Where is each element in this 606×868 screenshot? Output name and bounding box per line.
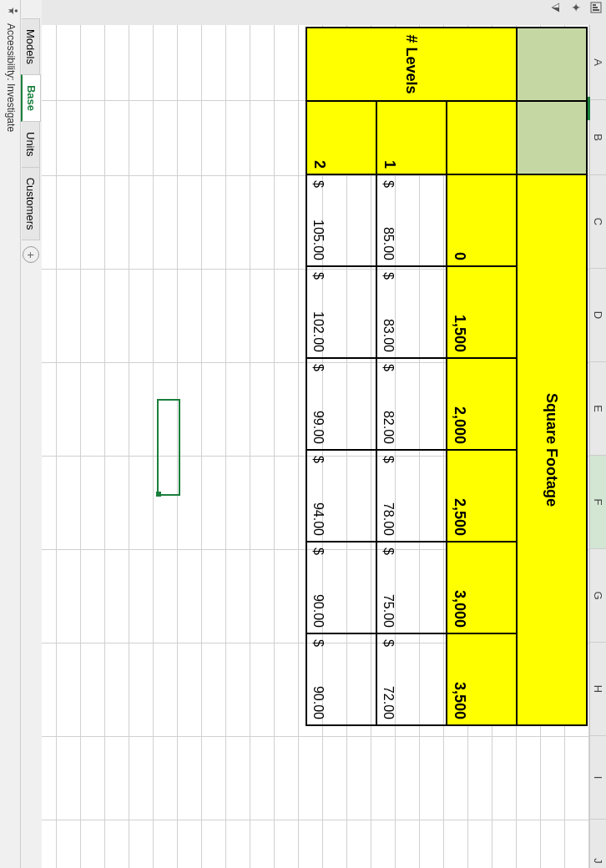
price-l1-c1: $83.00	[376, 266, 447, 358]
header-levels: # Levels	[306, 28, 517, 101]
col-header-F[interactable]: F	[590, 456, 606, 549]
price-l2-c1: $102.00	[306, 266, 376, 358]
price-l2-c0: $105.00	[306, 174, 376, 266]
sqft-1: 1,500	[447, 266, 517, 358]
col-header-G[interactable]: G	[590, 549, 606, 643]
column-headers[interactable]: ABCDEFGHIJ	[589, 25, 606, 868]
svg-point-4	[15, 9, 18, 13]
header-square-footage: Square Footage	[517, 174, 587, 725]
accessibility-icon[interactable]	[4, 5, 18, 17]
sheet-tab-units[interactable]: Units	[23, 121, 41, 168]
level-1: 1	[376, 101, 447, 174]
bottom-bar: ModelsBaseUnitsCustomers+ Accessibility:…	[0, 0, 42, 868]
svg-rect-2	[593, 7, 598, 8]
col-header-B[interactable]: B	[590, 100, 606, 175]
spreadsheet-grid[interactable]: ABCDEFGHIJ Square Footage # Levels 0 1,5…	[42, 25, 606, 868]
price-l1-c5: $72.00	[376, 633, 447, 725]
col-header-I[interactable]: I	[590, 736, 606, 820]
sheet-tab-models[interactable]: Models	[23, 18, 41, 75]
sqft-5: 3,500	[447, 633, 517, 725]
pricing-table: Square Footage # Levels 0 1,500 2,000 2,…	[306, 27, 588, 726]
accessibility-status[interactable]: Accessibility: Investigate	[6, 23, 18, 132]
svg-rect-3	[593, 9, 599, 11]
price-l1-c4: $75.00	[376, 542, 447, 633]
sheet-tab-base[interactable]: Base	[22, 74, 42, 122]
col-header-C[interactable]: C	[590, 175, 606, 269]
sqft-3: 2,500	[447, 450, 517, 542]
col-header-H[interactable]: H	[590, 643, 606, 736]
col-header-D[interactable]: D	[590, 269, 606, 362]
sparkle-icon[interactable]: ✦	[568, 0, 583, 15]
col-header-J[interactable]: J	[590, 820, 606, 868]
col-header-E[interactable]: E	[590, 362, 606, 456]
price-l1-c2: $82.00	[376, 358, 447, 450]
price-l2-c2: $99.00	[306, 358, 376, 450]
new-sheet-button[interactable]: +	[23, 246, 40, 263]
price-l2-c3: $94.00	[306, 450, 376, 542]
sheet-tabs: ModelsBaseUnitsCustomers+	[20, 0, 42, 868]
price-l1-c0: $85.00	[376, 174, 447, 266]
sqft-0: 0	[447, 174, 517, 266]
price-l2-c4: $90.00	[306, 542, 376, 633]
filter-icon[interactable]: ⧩	[548, 0, 563, 15]
row-gutter: ✦ ⧩	[42, 0, 606, 25]
sqft-4: 3,000	[447, 542, 517, 633]
col-header-A[interactable]: A	[590, 25, 606, 100]
price-l1-c3: $78.00	[376, 450, 447, 542]
sheet-tab-customers[interactable]: Customers	[23, 167, 41, 241]
svg-rect-1	[593, 4, 596, 6]
sqft-2: 2,000	[447, 358, 517, 450]
chart-icon[interactable]	[588, 0, 603, 15]
level-2: 2	[306, 101, 376, 174]
price-l2-c5: $90.00	[306, 633, 376, 725]
